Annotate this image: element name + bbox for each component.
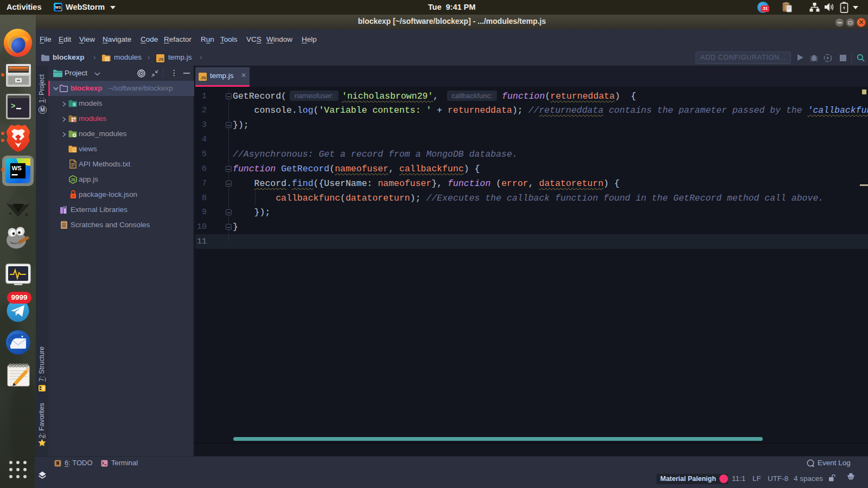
svg-text:>: > xyxy=(11,102,15,111)
svg-text:JS: JS xyxy=(71,177,75,182)
svg-text:WS: WS xyxy=(12,165,22,171)
